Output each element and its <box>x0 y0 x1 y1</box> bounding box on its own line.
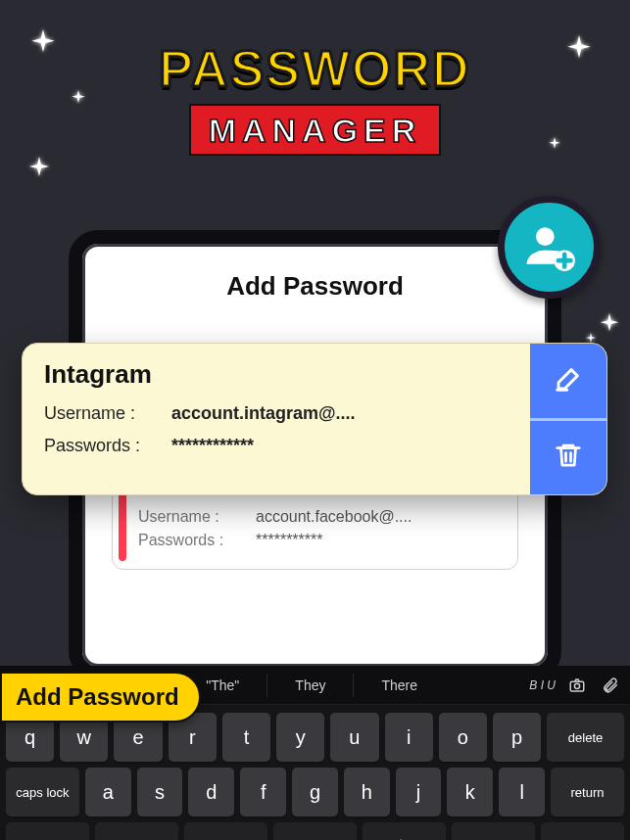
entry-title: Intagram <box>44 359 514 390</box>
key-n[interactable]: n <box>452 822 535 840</box>
username-value: account.facebook@.... <box>256 508 412 526</box>
key-z[interactable]: z <box>6 822 89 840</box>
key-v[interactable]: v <box>273 822 357 840</box>
passwords-value: ************ <box>171 436 254 456</box>
sparkle-icon <box>27 157 51 180</box>
svg-point-5 <box>574 683 579 688</box>
username-label: Username : <box>138 508 256 526</box>
edit-button[interactable] <box>530 344 606 421</box>
key-delete[interactable]: delete <box>547 713 624 762</box>
title-password: PASSWORD <box>159 39 470 98</box>
camera-icon[interactable] <box>565 674 589 697</box>
username-label: Username : <box>44 403 171 424</box>
key-m[interactable]: m <box>541 822 624 840</box>
key-y[interactable]: y <box>276 713 324 762</box>
username-value: account.intagram@.... <box>171 403 356 424</box>
title-manager-box: MANAGER <box>189 104 442 156</box>
key-h[interactable]: h <box>344 768 390 817</box>
page-title: Add Password <box>104 271 526 302</box>
suggestion[interactable]: They <box>267 674 354 697</box>
key-j[interactable]: j <box>396 768 442 817</box>
highlight-entry-card[interactable]: Intagram Username : account.intagram@...… <box>22 343 607 495</box>
key-f[interactable]: f <box>240 768 286 817</box>
title-manager: MANAGER <box>209 112 422 149</box>
key-d[interactable]: d <box>188 768 234 817</box>
sparkle-icon <box>599 313 620 335</box>
delete-button[interactable] <box>530 421 606 495</box>
key-a[interactable]: a <box>85 768 131 817</box>
passwords-label: Passwords : <box>138 532 256 549</box>
format-toggle[interactable]: B I U <box>529 678 556 692</box>
suggestion[interactable]: There <box>354 674 445 697</box>
key-t[interactable]: t <box>222 713 270 762</box>
key-s[interactable]: s <box>137 768 183 817</box>
key-u[interactable]: u <box>330 713 378 762</box>
key-o[interactable]: o <box>439 713 487 762</box>
passwords-label: Passwords : <box>44 436 171 456</box>
edit-icon <box>554 364 583 397</box>
key-k[interactable]: k <box>447 768 493 817</box>
passwords-value: *********** <box>256 532 323 549</box>
trash-icon <box>554 441 583 474</box>
key-i[interactable]: i <box>385 713 433 762</box>
svg-point-0 <box>536 227 555 246</box>
key-p[interactable]: p <box>493 713 541 762</box>
key-return[interactable]: return <box>551 768 624 817</box>
key-l[interactable]: l <box>499 768 545 817</box>
attachment-icon[interactable] <box>599 674 622 697</box>
add-contact-button[interactable] <box>498 196 601 299</box>
key-c[interactable]: c <box>184 822 267 840</box>
add-password-button[interactable]: Add Password <box>0 672 201 723</box>
key-g[interactable]: g <box>292 768 338 817</box>
key-b[interactable]: b <box>363 822 446 840</box>
key-x[interactable]: x <box>95 822 178 840</box>
add-contact-icon <box>522 218 577 277</box>
key-caps-lock[interactable]: caps lock <box>6 768 79 817</box>
